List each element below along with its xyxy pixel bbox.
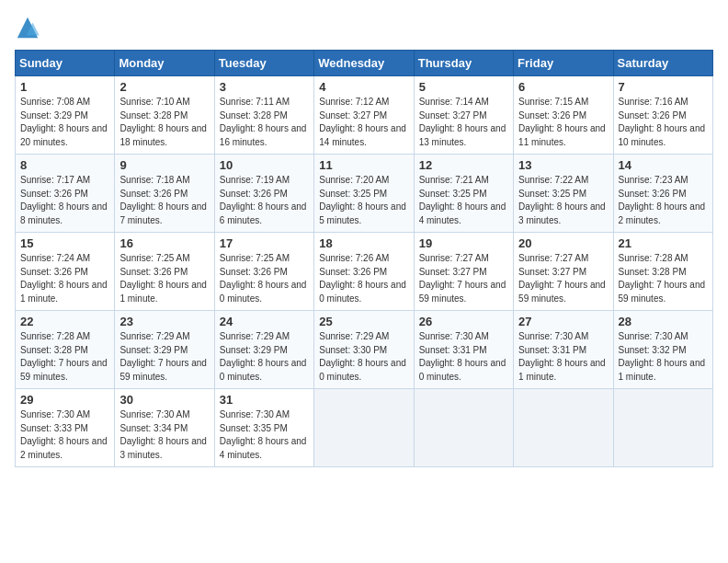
day-number: 4 (319, 80, 408, 94)
week-row-5: 29Sunrise: 7:30 AMSunset: 3:33 PMDayligh… (16, 389, 713, 467)
day-info: Sunrise: 7:14 AMSunset: 3:27 PMDaylight:… (419, 96, 508, 149)
day-info: Sunrise: 7:29 AMSunset: 3:30 PMDaylight:… (319, 330, 408, 384)
calendar-cell: 20Sunrise: 7:27 AMSunset: 3:27 PMDayligh… (514, 233, 613, 311)
day-info: Sunrise: 7:16 AMSunset: 3:26 PMDaylight:… (619, 96, 708, 149)
day-number: 19 (419, 236, 508, 250)
day-info: Sunrise: 7:30 AMSunset: 3:32 PMDaylight:… (619, 330, 708, 384)
week-row-1: 1Sunrise: 7:08 AMSunset: 3:29 PMDaylight… (16, 76, 713, 155)
day-info: Sunrise: 7:30 AMSunset: 3:31 PMDaylight:… (419, 330, 508, 384)
col-header-tuesday: Tuesday (214, 51, 313, 76)
day-number: 5 (419, 80, 508, 94)
day-info: Sunrise: 7:25 AMSunset: 3:26 PMDaylight:… (220, 252, 309, 305)
col-header-friday: Friday (514, 51, 613, 76)
calendar-cell: 12Sunrise: 7:21 AMSunset: 3:25 PMDayligh… (414, 155, 513, 233)
calendar-cell: 25Sunrise: 7:29 AMSunset: 3:30 PMDayligh… (314, 311, 414, 389)
calendar-cell: 1Sunrise: 7:08 AMSunset: 3:29 PMDaylight… (16, 76, 115, 155)
day-number: 27 (518, 315, 608, 328)
day-info: Sunrise: 7:27 AMSunset: 3:27 PMDaylight:… (419, 252, 508, 305)
day-number: 6 (518, 80, 608, 94)
calendar-cell: 18Sunrise: 7:26 AMSunset: 3:26 PMDayligh… (314, 233, 414, 311)
calendar-cell: 26Sunrise: 7:30 AMSunset: 3:31 PMDayligh… (414, 311, 513, 389)
day-number: 23 (119, 315, 209, 328)
day-number: 29 (20, 393, 109, 407)
day-number: 10 (220, 158, 309, 172)
calendar-cell: 22Sunrise: 7:28 AMSunset: 3:28 PMDayligh… (16, 311, 115, 389)
day-number: 16 (119, 236, 209, 250)
calendar-cell: 31Sunrise: 7:30 AMSunset: 3:35 PMDayligh… (214, 389, 313, 467)
day-number: 25 (319, 315, 408, 328)
calendar-cell: 13Sunrise: 7:22 AMSunset: 3:25 PMDayligh… (514, 155, 613, 233)
calendar-cell: 6Sunrise: 7:15 AMSunset: 3:26 PMDaylight… (514, 76, 613, 155)
day-number: 28 (619, 315, 708, 328)
day-info: Sunrise: 7:15 AMSunset: 3:26 PMDaylight:… (518, 96, 608, 149)
week-row-4: 22Sunrise: 7:28 AMSunset: 3:28 PMDayligh… (16, 311, 713, 389)
day-number: 21 (619, 236, 708, 250)
calendar-cell: 4Sunrise: 7:12 AMSunset: 3:27 PMDaylight… (314, 76, 414, 155)
calendar-cell (414, 389, 513, 467)
day-info: Sunrise: 7:25 AMSunset: 3:26 PMDaylight:… (119, 252, 209, 305)
page-header (15, 15, 713, 40)
calendar-cell (314, 389, 414, 467)
day-number: 26 (419, 315, 508, 328)
calendar-cell: 30Sunrise: 7:30 AMSunset: 3:34 PMDayligh… (115, 389, 214, 467)
day-info: Sunrise: 7:28 AMSunset: 3:28 PMDaylight:… (619, 252, 708, 305)
week-row-3: 15Sunrise: 7:24 AMSunset: 3:26 PMDayligh… (16, 233, 713, 311)
day-number: 22 (20, 315, 109, 328)
day-info: Sunrise: 7:30 AMSunset: 3:33 PMDaylight:… (20, 408, 109, 462)
calendar-cell: 9Sunrise: 7:18 AMSunset: 3:26 PMDaylight… (115, 155, 214, 233)
day-info: Sunrise: 7:26 AMSunset: 3:26 PMDaylight:… (319, 252, 408, 305)
day-number: 18 (319, 236, 408, 250)
day-info: Sunrise: 7:30 AMSunset: 3:35 PMDaylight:… (220, 408, 309, 462)
day-number: 17 (220, 236, 309, 250)
day-info: Sunrise: 7:22 AMSunset: 3:25 PMDaylight:… (518, 174, 608, 227)
day-info: Sunrise: 7:30 AMSunset: 3:34 PMDaylight:… (119, 408, 209, 462)
week-row-2: 8Sunrise: 7:17 AMSunset: 3:26 PMDaylight… (16, 155, 713, 233)
calendar-cell: 7Sunrise: 7:16 AMSunset: 3:26 PMDaylight… (613, 76, 712, 155)
day-number: 2 (119, 80, 209, 94)
day-number: 31 (220, 393, 309, 407)
calendar-cell: 21Sunrise: 7:28 AMSunset: 3:28 PMDayligh… (613, 233, 712, 311)
day-number: 20 (518, 236, 608, 250)
calendar-cell: 11Sunrise: 7:20 AMSunset: 3:25 PMDayligh… (314, 155, 414, 233)
day-info: Sunrise: 7:18 AMSunset: 3:26 PMDaylight:… (119, 174, 209, 227)
calendar-cell: 23Sunrise: 7:29 AMSunset: 3:29 PMDayligh… (115, 311, 214, 389)
day-info: Sunrise: 7:20 AMSunset: 3:25 PMDaylight:… (319, 174, 408, 227)
day-info: Sunrise: 7:19 AMSunset: 3:26 PMDaylight:… (220, 174, 309, 227)
col-header-sunday: Sunday (16, 51, 115, 76)
calendar-cell: 17Sunrise: 7:25 AMSunset: 3:26 PMDayligh… (214, 233, 313, 311)
calendar-cell: 29Sunrise: 7:30 AMSunset: 3:33 PMDayligh… (16, 389, 115, 467)
logo-icon (15, 15, 40, 40)
day-info: Sunrise: 7:28 AMSunset: 3:28 PMDaylight:… (20, 330, 109, 384)
col-header-saturday: Saturday (613, 51, 712, 76)
calendar-cell (613, 389, 712, 467)
day-number: 7 (619, 80, 708, 94)
calendar-cell: 27Sunrise: 7:30 AMSunset: 3:31 PMDayligh… (514, 311, 613, 389)
calendar-cell: 5Sunrise: 7:14 AMSunset: 3:27 PMDaylight… (414, 76, 513, 155)
calendar-cell: 24Sunrise: 7:29 AMSunset: 3:29 PMDayligh… (214, 311, 313, 389)
calendar-cell: 2Sunrise: 7:10 AMSunset: 3:28 PMDaylight… (115, 76, 214, 155)
calendar-cell: 28Sunrise: 7:30 AMSunset: 3:32 PMDayligh… (613, 311, 712, 389)
day-info: Sunrise: 7:08 AMSunset: 3:29 PMDaylight:… (20, 96, 109, 149)
day-number: 14 (619, 158, 708, 172)
day-info: Sunrise: 7:27 AMSunset: 3:27 PMDaylight:… (518, 252, 608, 305)
calendar-cell: 10Sunrise: 7:19 AMSunset: 3:26 PMDayligh… (214, 155, 313, 233)
col-header-monday: Monday (115, 51, 214, 76)
day-number: 8 (20, 158, 109, 172)
header-row: SundayMondayTuesdayWednesdayThursdayFrid… (16, 51, 713, 76)
col-header-thursday: Thursday (414, 51, 513, 76)
day-number: 30 (119, 393, 209, 407)
calendar-cell: 3Sunrise: 7:11 AMSunset: 3:28 PMDaylight… (214, 76, 313, 155)
col-header-wednesday: Wednesday (314, 51, 414, 76)
calendar-cell: 14Sunrise: 7:23 AMSunset: 3:26 PMDayligh… (613, 155, 712, 233)
day-number: 24 (220, 315, 309, 328)
calendar-cell: 15Sunrise: 7:24 AMSunset: 3:26 PMDayligh… (16, 233, 115, 311)
day-info: Sunrise: 7:10 AMSunset: 3:28 PMDaylight:… (119, 96, 209, 149)
day-info: Sunrise: 7:11 AMSunset: 3:28 PMDaylight:… (220, 96, 309, 149)
logo (15, 15, 44, 40)
calendar-cell: 16Sunrise: 7:25 AMSunset: 3:26 PMDayligh… (115, 233, 214, 311)
day-info: Sunrise: 7:29 AMSunset: 3:29 PMDaylight:… (119, 330, 209, 384)
day-info: Sunrise: 7:21 AMSunset: 3:25 PMDaylight:… (419, 174, 508, 227)
day-number: 1 (20, 80, 109, 94)
day-number: 11 (319, 158, 408, 172)
day-info: Sunrise: 7:30 AMSunset: 3:31 PMDaylight:… (518, 330, 608, 384)
